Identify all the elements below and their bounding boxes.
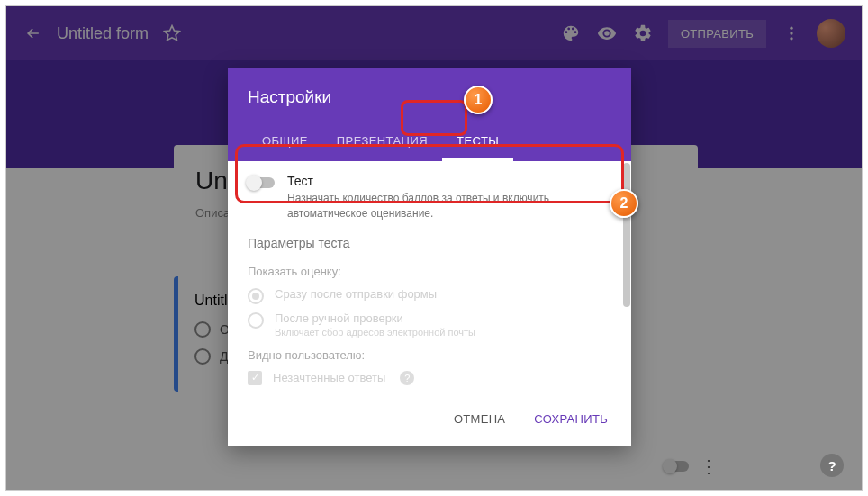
grade-option-immediate: Сразу после отправки формы (228, 284, 631, 308)
dialog-scrollbar[interactable] (620, 161, 631, 396)
quiz-toggle-label: Тест (287, 174, 611, 188)
help-fab[interactable]: ? (820, 454, 844, 477)
dialog-actions: ОТМЕНА СОХРАНИТЬ (228, 396, 631, 446)
radio-icon (248, 288, 264, 304)
grade-option-manual: После ручной проверки Включает сбор адре… (228, 308, 631, 341)
cancel-button[interactable]: ОТМЕНА (443, 405, 516, 433)
dialog-header: Настройки ОБЩИЕ ПРЕЗЕНТАЦИЯ ТЕСТЫ (228, 68, 631, 161)
save-button[interactable]: СОХРАНИТЬ (523, 405, 619, 433)
help-icon: ? (400, 371, 414, 385)
quiz-toggle-switch[interactable] (248, 177, 275, 188)
tab-general[interactable]: ОБЩИЕ (248, 125, 322, 161)
quiz-params-heading: Параметры теста (228, 230, 631, 257)
visible-option-missed: ✓ Незачтенные ответы ? (228, 367, 631, 389)
dialog-title: Настройки (248, 87, 611, 107)
radio-icon (248, 312, 264, 329)
quiz-toggle-section: Тест Назначать количество баллов за отве… (228, 161, 631, 230)
visible-to-user-heading: Видно пользователю: (228, 341, 631, 367)
dialog-tabs: ОБЩИЕ ПРЕЗЕНТАЦИЯ ТЕСТЫ (248, 125, 611, 161)
tab-quizzes[interactable]: ТЕСТЫ (442, 125, 513, 161)
settings-dialog: Настройки ОБЩИЕ ПРЕЗЕНТАЦИЯ ТЕСТЫ Тест Н… (228, 68, 631, 446)
show-grade-heading: Показать оценку: (228, 257, 631, 284)
quiz-toggle-desc: Назначать количество баллов за ответы и … (287, 191, 611, 221)
tab-presentation[interactable]: ПРЕЗЕНТАЦИЯ (322, 125, 442, 161)
checkbox-icon: ✓ (248, 371, 262, 385)
dialog-body: Тест Назначать количество баллов за отве… (228, 161, 631, 396)
